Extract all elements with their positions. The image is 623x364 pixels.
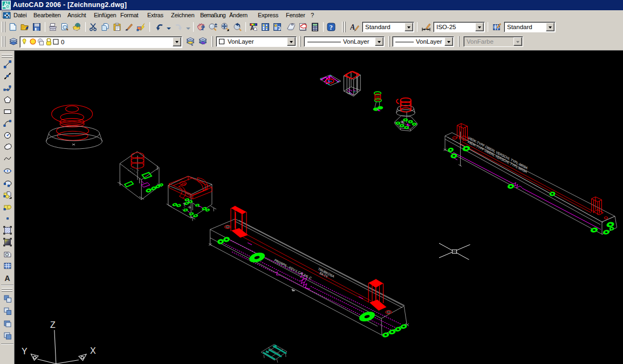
svg-text:Y: Y [22, 347, 28, 356]
svg-text:0: 0 [61, 39, 64, 45]
svg-text:?: ? [330, 23, 333, 31]
svg-text:Z: Z [50, 320, 56, 329]
svg-text:A: A [5, 274, 10, 283]
svg-text:A: A [250, 25, 254, 31]
svg-text:A: A [350, 23, 355, 31]
svg-text:X: X [90, 346, 96, 355]
